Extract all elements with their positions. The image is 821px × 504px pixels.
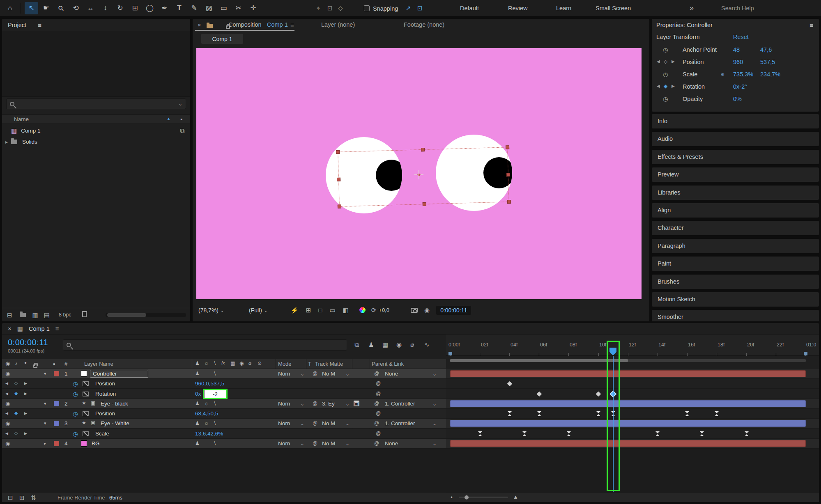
- panels-icon[interactable]: ⊟: [7, 312, 12, 318]
- panel-audio[interactable]: Audio: [652, 132, 819, 146]
- pickwhip-icon[interactable]: @: [376, 391, 381, 396]
- keyframe-toggle-icon[interactable]: ◇: [14, 431, 18, 435]
- new-folder-icon[interactable]: [20, 313, 26, 317]
- tab-composition-name[interactable]: Comp 1: [267, 21, 288, 28]
- project-item-label[interactable]: Solids: [22, 139, 37, 145]
- stopwatch-icon[interactable]: ◷: [73, 411, 78, 417]
- pan-behind-tool-icon[interactable]: ⊞: [128, 2, 142, 14]
- label-color-chip[interactable]: [54, 401, 59, 406]
- composition-canvas[interactable]: [196, 48, 642, 299]
- keyframe-hourglass[interactable]: [567, 431, 571, 436]
- property-row-eyeblack-position[interactable]: ◀ ◆ ▶ ◷ Position 68,4,50,5 @: [2, 409, 446, 419]
- prev-keyframe-icon[interactable]: ◀: [657, 60, 660, 64]
- current-timecode[interactable]: 0:00:00:11: [8, 338, 48, 347]
- layer-bar[interactable]: [450, 400, 806, 407]
- sort-up-icon[interactable]: ▲: [166, 117, 171, 121]
- property-value[interactable]: 0%: [733, 96, 742, 102]
- shy-icon[interactable]: ♟: [195, 371, 200, 376]
- label-column-icon[interactable]: ▪: [53, 361, 55, 367]
- caret-down-icon[interactable]: ⌄: [432, 441, 437, 446]
- grid-guides-icon[interactable]: ⊞: [306, 307, 311, 313]
- keyframe-hourglass[interactable]: [655, 431, 660, 436]
- mode-dropdown[interactable]: Norn: [278, 401, 290, 407]
- property-row-controller-position[interactable]: ◀ ◇ ▶ ◷ Position 960,0,537,5 @: [2, 379, 446, 389]
- parent-dropdown[interactable]: 1. Controller: [385, 401, 415, 407]
- selection-handle[interactable]: [336, 150, 340, 154]
- mode-dropdown[interactable]: Norn: [278, 440, 290, 447]
- layer-name[interactable]: Controller: [90, 370, 148, 378]
- flowchart-icon[interactable]: ⧉: [180, 128, 184, 134]
- track-matte-dropdown[interactable]: No M: [322, 420, 335, 426]
- panel-paint[interactable]: Paint: [652, 257, 819, 271]
- panel-info[interactable]: Info: [652, 114, 819, 128]
- caret-down-icon[interactable]: ⌄: [345, 441, 350, 446]
- layer-solid-swatch[interactable]: [81, 371, 87, 377]
- composition-mini-flowchart-icon[interactable]: ⧉: [354, 341, 359, 348]
- selection-handle[interactable]: [506, 173, 510, 176]
- property-name[interactable]: Scale: [95, 431, 109, 437]
- pickwhip-icon[interactable]: @: [313, 371, 317, 376]
- eraser-tool-icon[interactable]: ▭: [217, 2, 230, 14]
- panel-smoother[interactable]: Smoother: [652, 310, 819, 321]
- chevron-collapsed-icon[interactable]: ▸: [44, 441, 46, 446]
- property-name[interactable]: Position: [95, 380, 115, 387]
- eye-icon[interactable]: ◉: [5, 421, 10, 426]
- property-row-controller-rotation[interactable]: ◀ ◆ ▶ ◷ Rotation 0x @: [2, 389, 446, 399]
- keyframe-hourglass[interactable]: [508, 411, 512, 416]
- timeline-tab-label[interactable]: Comp 1: [29, 325, 50, 332]
- caret-down-icon[interactable]: ⌄: [300, 441, 304, 446]
- panel-align[interactable]: Align: [652, 203, 819, 218]
- project-item-solids[interactable]: ▸ Solids: [2, 137, 190, 147]
- pickwhip-icon[interactable]: @: [313, 421, 317, 426]
- caret-down-icon[interactable]: ⌄: [264, 308, 268, 313]
- hand-tool-icon[interactable]: ☛: [39, 2, 53, 14]
- tab-composition-label[interactable]: Composition: [228, 21, 262, 28]
- collapse-icon[interactable]: ☼: [204, 421, 209, 426]
- layer-row-controller[interactable]: ◉ ▾ 1 Controller ♟ ∖ Norn ⌄ @ No M ⌄ @ N…: [2, 369, 446, 379]
- property-value[interactable]: 13,6,42,6%: [195, 431, 223, 437]
- reset-button[interactable]: Reset: [733, 34, 749, 40]
- label-color-chip[interactable]: [54, 421, 59, 426]
- layer-name[interactable]: Eye - black: [101, 401, 128, 407]
- layer-name-column-header[interactable]: Layer Name: [84, 361, 113, 367]
- matte-indicator-icon[interactable]: ▣: [354, 401, 359, 406]
- caret-down-icon[interactable]: ⌄: [345, 401, 350, 406]
- keyframe-diamond[interactable]: [536, 392, 542, 397]
- caret-down-icon[interactable]: ⌄: [345, 421, 350, 426]
- track-row-eye-black[interactable]: [446, 399, 819, 409]
- next-keyframe-icon[interactable]: ▶: [24, 412, 27, 415]
- stopwatch-icon[interactable]: ◷: [73, 381, 78, 387]
- layer-solid-swatch[interactable]: [81, 440, 87, 447]
- hide-shy-layers-icon[interactable]: ♟: [368, 341, 374, 348]
- parent-dropdown[interactable]: None: [385, 440, 398, 447]
- chevron-expanded-icon[interactable]: ▾: [44, 371, 46, 376]
- keyframe-toggle-icon[interactable]: ◆: [14, 411, 18, 415]
- panel-motion-sketch[interactable]: Motion Sketch: [652, 292, 819, 307]
- layer-name[interactable]: Eye - White: [101, 420, 129, 426]
- prev-keyframe-icon[interactable]: ◀: [657, 84, 660, 88]
- parent-link-column-header[interactable]: Parent & Link: [372, 361, 404, 367]
- track-row-controller[interactable]: [446, 369, 819, 379]
- shy-icon[interactable]: ♟: [195, 441, 200, 446]
- trash-icon[interactable]: [82, 312, 87, 317]
- keyframe-toggle-icon[interactable]: ◇: [14, 381, 18, 385]
- t-column-header[interactable]: T: [308, 361, 311, 367]
- eye-column-icon[interactable]: ◉: [5, 361, 10, 366]
- property-value[interactable]: 48: [733, 46, 740, 53]
- next-keyframe-icon[interactable]: ▶: [24, 392, 27, 396]
- panel-menu-icon[interactable]: ≡: [290, 22, 294, 28]
- rotation-edit-input[interactable]: [204, 390, 226, 398]
- track-row-eye-white[interactable]: [446, 419, 819, 428]
- layer-row-bg[interactable]: ◉ ▸ 4 BG ♟ ∖ Norn ⌄ @ No M ⌄ @ None ⌄: [2, 439, 446, 449]
- pickwhip-icon[interactable]: @: [376, 431, 381, 436]
- pen-tool-icon[interactable]: ✒: [158, 2, 171, 14]
- graph-icon[interactable]: [83, 411, 89, 416]
- work-area-bar[interactable]: [450, 359, 806, 362]
- keyframe-hourglass[interactable]: [685, 411, 689, 416]
- caret-down-icon[interactable]: ⌄: [300, 421, 304, 426]
- selection-handle[interactable]: [337, 178, 340, 181]
- pickwhip-icon[interactable]: @: [313, 441, 317, 446]
- motion-blur-icon[interactable]: ◉: [396, 341, 402, 348]
- prev-keyframe-icon[interactable]: ◀: [5, 392, 8, 396]
- stopwatch-icon[interactable]: ◷: [73, 431, 78, 437]
